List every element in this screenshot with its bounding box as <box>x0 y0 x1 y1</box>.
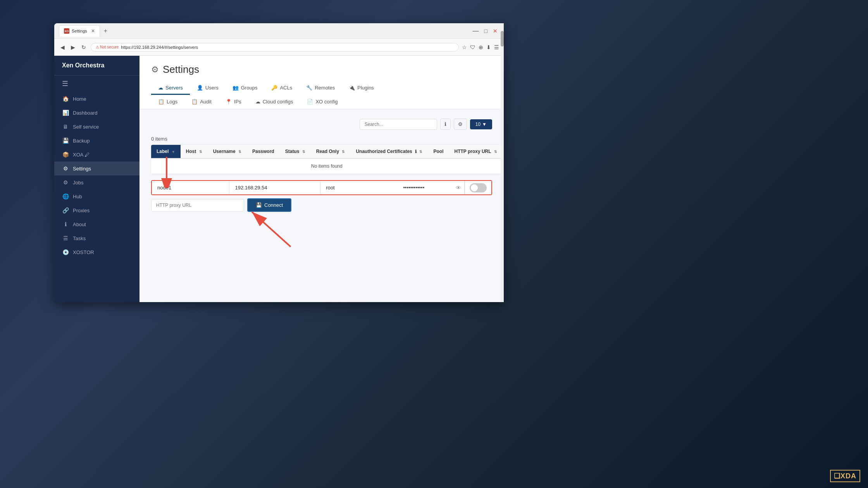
new-tab-button[interactable]: + <box>102 27 110 34</box>
tab-acls[interactable]: 🔑 ACLs <box>264 82 299 95</box>
tab-close-button[interactable]: ✕ <box>91 28 95 34</box>
url-text: https://192.168.29.244/#/settings/server… <box>121 45 198 50</box>
sidebar-label-xoa: XOA 🖊 <box>73 152 90 158</box>
tab-cloud-configs[interactable]: ☁ Cloud configs <box>248 96 300 109</box>
sidebar-label-jobs: Jobs <box>73 180 83 186</box>
sidebar-item-xoa[interactable]: 📦 XOA 🖊 <box>54 148 140 162</box>
sidebar-label-dashboard: Dashboard <box>73 110 98 116</box>
remotes-icon: 🔧 <box>306 85 312 91</box>
add-server-form: 👁 <box>151 180 492 195</box>
sidebar-item-about[interactable]: ℹ About <box>54 217 140 231</box>
close-button[interactable]: ✕ <box>491 26 499 36</box>
sidebar-item-jobs[interactable]: ⚙ Jobs <box>54 175 140 189</box>
tab-plugins[interactable]: 🔌 Plugins <box>342 82 381 95</box>
username-input[interactable] <box>320 181 398 194</box>
sidebar-item-xostor[interactable]: 💿 XOSTOR <box>54 245 140 259</box>
tab-logs[interactable]: 📋 Logs <box>151 96 184 109</box>
password-wrapper: 👁 <box>398 181 465 194</box>
cloud-configs-icon: ☁ <box>255 99 260 105</box>
scrollbar[interactable] <box>501 56 504 302</box>
page-title: Settings <box>163 64 199 76</box>
col-username[interactable]: Username ⇅ <box>208 145 247 158</box>
sidebar-item-home[interactable]: 🏠 Home <box>54 92 140 106</box>
chevron-down-icon: ▼ <box>482 122 487 127</box>
not-secure-indicator: ⚠ Not secure <box>96 45 119 49</box>
col-status[interactable]: Status ⇅ <box>280 145 311 158</box>
sidebar-label-home: Home <box>73 96 86 102</box>
unauth-info-icon: ℹ <box>415 149 417 154</box>
col-label[interactable]: Label ▼ <box>151 145 181 158</box>
col-http-proxy[interactable]: HTTP proxy URL ⇅ <box>449 145 502 158</box>
no-items-row: No items found <box>151 158 503 174</box>
browser-tab-settings[interactable]: XO Settings ✕ <box>59 25 100 37</box>
browser-window-controls: — □ ✕ <box>471 26 499 36</box>
shield-icon: 🛡 <box>470 44 475 50</box>
unauth-sort-icon: ⇅ <box>419 150 422 154</box>
nav-tabs-row1: ☁ Servers 👤 Users 👥 Groups 🔑 ACLs <box>151 82 492 95</box>
ips-icon: 📍 <box>226 99 232 105</box>
toggle-slider <box>470 183 487 192</box>
forward-button[interactable]: ▶ <box>69 43 77 52</box>
sidebar: Xen Orchestra ☰ 🏠 Home 📊 Dashboard 🖥 Sel… <box>54 56 140 302</box>
items-count: 0 items <box>151 136 492 142</box>
settings-button[interactable]: ⚙ <box>454 119 467 130</box>
proxy-url-input[interactable] <box>151 199 244 211</box>
home-icon: 🏠 <box>62 96 69 102</box>
about-icon: ℹ <box>62 221 69 227</box>
sidebar-brand: Xen Orchestra <box>54 56 140 76</box>
host-input[interactable] <box>229 181 320 194</box>
col-host[interactable]: Host ⇅ <box>181 145 208 158</box>
sidebar-label-settings: Settings <box>73 166 91 172</box>
address-bar[interactable]: ⚠ Not secure https://192.168.29.244/#/se… <box>91 43 459 52</box>
eye-icon[interactable]: 👁 <box>456 185 461 191</box>
back-button[interactable]: ◀ <box>59 43 66 52</box>
extensions-icon[interactable]: ⊕ <box>479 44 483 50</box>
sidebar-hamburger[interactable]: ☰ <box>54 76 140 92</box>
sidebar-item-self-service[interactable]: 🖥 Self service <box>54 120 140 134</box>
tab-ips[interactable]: 📍 IPs <box>219 96 248 109</box>
per-page-button[interactable]: 10 ▼ <box>470 119 492 129</box>
per-page-value: 10 <box>475 122 480 127</box>
maximize-button[interactable]: □ <box>483 26 489 36</box>
download-icon[interactable]: ⬇ <box>486 44 491 50</box>
bookmark-icon[interactable]: ☆ <box>462 44 467 50</box>
tab-groups[interactable]: 👥 Groups <box>226 82 265 95</box>
col-read-only[interactable]: Read Only ⇅ <box>311 145 351 158</box>
audit-icon: 📋 <box>191 99 198 105</box>
main-body: ℹ ⚙ 10 ▼ 0 items Label ▼ <box>140 109 504 302</box>
menu-icon[interactable]: ☰ <box>494 44 499 50</box>
servers-table: Label ▼ Host ⇅ Username ⇅ <box>151 145 503 174</box>
col-unauth-certs[interactable]: Unauthorized Certificates ℹ ⇅ <box>350 145 428 158</box>
sidebar-item-hub[interactable]: 🌐 Hub <box>54 189 140 203</box>
browser-navbar: ◀ ▶ ↻ ⚠ Not secure https://192.168.29.24… <box>54 39 504 56</box>
browser-tabs: XO Settings ✕ + <box>59 25 464 37</box>
sidebar-item-settings[interactable]: ⚙ Settings <box>54 162 140 175</box>
tab-audit[interactable]: 📋 Audit <box>184 96 219 109</box>
search-input[interactable] <box>360 119 437 130</box>
minimize-button[interactable]: — <box>471 26 480 36</box>
toolbar: ℹ ⚙ 10 ▼ <box>151 119 492 130</box>
proxy-sort-icon: ⇅ <box>494 150 497 154</box>
status-sort-icon: ⇅ <box>302 150 305 154</box>
xda-logo: ❑XDA <box>830 470 860 482</box>
reload-button[interactable]: ↻ <box>80 43 88 52</box>
password-input[interactable] <box>398 181 464 194</box>
groups-icon: 👥 <box>232 85 239 91</box>
tab-xo-config[interactable]: 📄 XO config <box>300 96 344 109</box>
connect-icon: 💾 <box>256 202 262 208</box>
sidebar-item-dashboard[interactable]: 📊 Dashboard <box>54 106 140 120</box>
connect-button[interactable]: 💾 Connect <box>247 198 291 212</box>
tab-remotes[interactable]: 🔧 Remotes <box>299 82 342 95</box>
label-input[interactable] <box>152 181 229 194</box>
plugins-icon: 🔌 <box>349 85 355 91</box>
sidebar-item-backup[interactable]: 💾 Backup <box>54 134 140 148</box>
users-icon: 👤 <box>197 85 203 91</box>
sidebar-item-tasks[interactable]: ☰ Tasks <box>54 231 140 245</box>
sort-down-icon: ▼ <box>172 150 175 154</box>
tab-servers[interactable]: ☁ Servers <box>151 82 190 95</box>
col-password: Password <box>247 145 280 158</box>
read-only-toggle[interactable] <box>470 183 487 192</box>
tab-users[interactable]: 👤 Users <box>190 82 226 95</box>
info-button[interactable]: ℹ <box>440 119 451 130</box>
sidebar-item-proxies[interactable]: 🔗 Proxies <box>54 203 140 217</box>
